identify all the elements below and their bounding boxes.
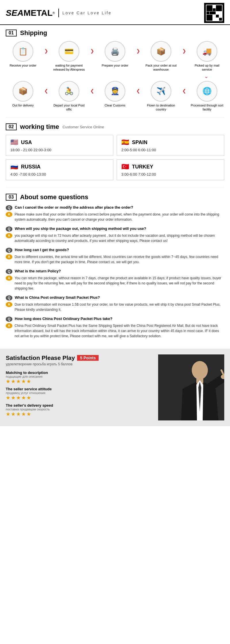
working-section: 02 working time Customer Service Online … <box>0 119 230 186</box>
divider-2 <box>6 187 224 188</box>
section-subtitle-working: Customer Service Online <box>62 125 104 129</box>
step-1-circle: 📋 <box>13 41 33 62</box>
step-6-label: Out for delivery <box>12 103 34 107</box>
qa-item-2: Q When will you ship the package out, wh… <box>6 226 224 243</box>
step-8: 👮 Clear Customs <box>98 81 132 107</box>
q5-text: What is China Post ordinary Small Packet… <box>15 295 100 300</box>
satisfaction-subtitle: удовлетворение просьба играть 5 баллов <box>6 362 152 366</box>
country-turkey-times: 3:00-6:00 7:00-12:00 <box>121 172 220 176</box>
a5-badge: A <box>6 302 12 307</box>
flag-russia: 🇷🇺 <box>10 163 18 170</box>
q3-badge: Q <box>6 248 12 253</box>
q1-badge: Q <box>6 205 12 210</box>
step-1-label: Receive your order <box>10 63 37 67</box>
country-usa-name: USA <box>21 139 32 146</box>
country-spain: 🇪🇸 SPAIN 2:00-5:00 6:00-11:00 <box>117 135 224 156</box>
section-num-02: 02 <box>6 123 17 130</box>
down-arrow: ⌄ <box>6 73 224 79</box>
steps-row-2: 📦 Out for delivery ❮ 🚴 Depart your local… <box>6 81 224 112</box>
section-num-01: 01 <box>6 30 17 36</box>
person-image <box>158 354 224 420</box>
logo-sea: SEA <box>6 8 24 18</box>
header: SEA METAL ® Love Car Love Life <box>0 0 230 25</box>
step-9-circle: ✈️ <box>151 81 171 102</box>
rating-1: Matching to description подщащие для опи… <box>6 371 152 385</box>
country-usa: 🇺🇸 USA 18:00 - 21:00 22:00-3:00 <box>6 135 113 156</box>
step-3-circle: 🖨️ <box>105 41 125 62</box>
q5-row: Q What is China Post ordinary Small Pack… <box>6 295 224 300</box>
step-8-circle: 👮 <box>105 81 125 102</box>
qa-item-1: Q Can I cancel the order or modify the a… <box>6 205 224 222</box>
a3-text: Due to different countries, the arrival … <box>15 254 224 265</box>
country-russia-times: 4:00 -7:00 8:00-13:00 <box>10 172 109 176</box>
q4-row: Q What is the return Policy? <box>6 269 224 274</box>
arrow-8: ❮ <box>182 88 186 94</box>
rating-3-sub: поставка продавцом скорость <box>6 408 152 411</box>
arrow-1: ❯ <box>44 48 48 54</box>
rating-2-stars: ★★★★★ <box>6 395 152 401</box>
person-silhouette-svg <box>158 354 224 420</box>
country-russia: 🇷🇺 RUSSIA 4:00 -7:00 8:00-13:00 <box>6 159 113 180</box>
a2-text: you package will ship out in 72 hours af… <box>15 233 224 243</box>
registered-mark: ® <box>53 11 55 15</box>
q2-badge: Q <box>6 226 12 232</box>
country-usa-header: 🇺🇸 USA <box>10 139 109 146</box>
satisfaction-title: Satisfaction Please Play <box>6 354 75 361</box>
step-10-label: Processed through sort facility <box>190 103 224 112</box>
step-4-label: Pack your order at out warehouse <box>144 63 178 72</box>
a3-row: A Due to different countries, the arriva… <box>6 254 224 265</box>
rating-3-stars: ★★★★★ <box>6 411 152 417</box>
arrow-3: ❯ <box>136 48 140 54</box>
section-header-working: 02 working time Customer Service Online <box>6 123 224 131</box>
logo: SEA METAL ® Love Car Love Life <box>6 8 112 18</box>
rating-3-label: The seller's delivery speed <box>6 403 152 408</box>
step-5-circle: 🚚 <box>197 41 217 62</box>
q2-row: Q When will you ship the package out, wh… <box>6 226 224 232</box>
shipping-section: 01 Shipping 📋 Receive your order ❯ 💳 wai… <box>0 25 230 116</box>
satisfaction-title-row: Satisfaction Please Play 5 Points <box>6 354 152 361</box>
qa-item-3: Q How long can I get the goods? A Due to… <box>6 248 224 265</box>
country-spain-times: 2:00-5:00 6:00-11:00 <box>121 148 220 152</box>
step-8-label: Clear Customs <box>105 103 126 107</box>
q1-text: Can I cancel the order or modify the add… <box>15 205 133 210</box>
rating-1-stars: ★★★★★ <box>6 378 152 385</box>
step-5-label: Picked up by mail service <box>190 63 224 72</box>
rating-3: The seller's delivery speed поставка про… <box>6 403 152 417</box>
step-2-label: waiting for payment released by Aliexpre… <box>52 63 86 72</box>
q2-text: When will you ship the package out, whic… <box>15 226 146 231</box>
q1-row: Q Can I cancel the order or modify the a… <box>6 205 224 210</box>
country-turkey-name: TURKEY <box>132 164 153 170</box>
rating-2-sub: продавец услуг отношения <box>6 391 152 395</box>
step-1: 📋 Receive your order <box>6 41 40 67</box>
step-7-circle: 🚴 <box>59 81 79 102</box>
a6-text: China Post Oridinary Small Packet Plus h… <box>15 323 224 339</box>
section-header-shipping: 01 Shipping <box>6 29 224 37</box>
q3-text: How long can I get the goods? <box>15 248 69 252</box>
q4-text: What is the return Policy? <box>15 269 61 273</box>
qa-item-4: Q What is the return Policy? A You can r… <box>6 269 224 291</box>
a6-badge: A <box>6 323 12 328</box>
qr-code <box>204 3 224 23</box>
qa-item-5: Q What is China Post ordinary Small Pack… <box>6 295 224 312</box>
a5-row: A Due to track information will increase… <box>6 302 224 312</box>
q6-row: Q How long does China Post Oridinary Pac… <box>6 317 224 322</box>
satisfaction-content: Satisfaction Please Play 5 Points удовле… <box>6 354 158 420</box>
a1-text: Please make sure that your order informa… <box>15 212 224 222</box>
section-num-03: 03 <box>6 194 17 201</box>
country-usa-times: 18:00 - 21:00 22:00-3:00 <box>10 148 109 152</box>
step-6-circle: 📦 <box>13 81 33 102</box>
divider-line <box>58 9 59 17</box>
step-6: 📦 Out for delivery <box>6 81 40 107</box>
arrow-6: ❮ <box>90 88 94 94</box>
a6-row: A China Post Oridinary Small Packet Plus… <box>6 323 224 339</box>
rating-1-label: Matching to description <box>6 371 152 375</box>
flag-turkey: 🇹🇷 <box>121 163 129 170</box>
qa-item-6: Q How long does China Post Oridinary Pac… <box>6 317 224 339</box>
country-spain-name: SPAIN <box>132 139 147 146</box>
q4-badge: Q <box>6 269 12 274</box>
step-3: 🖨️ Prepare your order <box>98 41 132 67</box>
a4-row: A You can return the package, without re… <box>6 276 224 291</box>
a1-badge: A <box>6 212 12 217</box>
country-russia-name: RUSSIA <box>21 164 41 170</box>
a2-row: A you package will ship out in 72 hours … <box>6 233 224 243</box>
